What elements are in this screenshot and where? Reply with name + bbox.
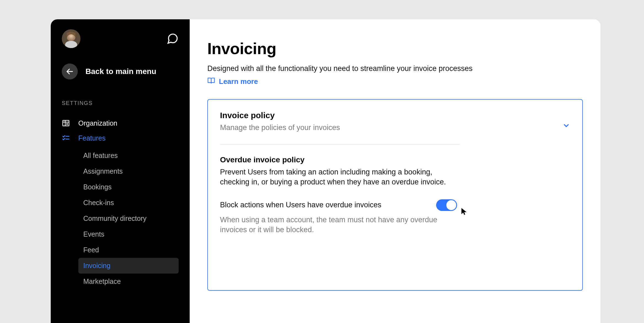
sidebar-item-label: Organization (78, 119, 117, 127)
learn-more-link[interactable]: Learn more (207, 77, 583, 86)
svg-rect-4 (63, 120, 69, 126)
toggle-label: Block actions when Users have overdue in… (220, 201, 381, 209)
sidebar-sub-bookings[interactable]: Bookings (78, 179, 179, 195)
sidebar-sub-invoicing[interactable]: Invoicing (78, 258, 179, 274)
sidebar-item-label: Features (78, 134, 106, 142)
toggle-knob (446, 200, 456, 210)
chat-icon[interactable] (167, 33, 179, 45)
chevron-down-icon[interactable] (562, 122, 570, 129)
sidebar-topbar (62, 29, 179, 48)
cursor-icon (460, 207, 469, 216)
back-label: Back to main menu (85, 67, 156, 76)
sidebar: Back to main menu SETTINGS Organization (51, 19, 190, 323)
avatar[interactable] (62, 29, 80, 48)
sidebar-sub-all-features[interactable]: All features (78, 148, 179, 163)
sidebar-sub-feed[interactable]: Feed (78, 242, 179, 258)
main-content: Invoicing Designed with all the function… (190, 19, 600, 323)
sidebar-sub-community-directory[interactable]: Community directory (78, 211, 179, 226)
sidebar-sub-checkins[interactable]: Check-ins (78, 195, 179, 211)
sidebar-sub-assignments[interactable]: Assignments (78, 163, 179, 179)
learn-more-label: Learn more (219, 77, 258, 86)
back-button[interactable]: Back to main menu (62, 63, 179, 80)
page-subtitle: Designed with all the functionality you … (207, 64, 583, 73)
card-header-text: Invoice policy Manage the policies of yo… (220, 111, 340, 132)
sidebar-item-organization[interactable]: Organization (62, 116, 179, 131)
page-title: Invoicing (207, 39, 583, 58)
policy-description: Prevent Users from taking an action incl… (220, 167, 457, 187)
book-icon (207, 77, 215, 86)
arrow-left-icon (62, 63, 78, 80)
card-subtitle: Manage the policies of your invoices (220, 123, 340, 132)
app-window: Back to main menu SETTINGS Organization (51, 19, 600, 323)
invoice-policy-card: Invoice policy Manage the policies of yo… (207, 99, 583, 291)
block-actions-toggle[interactable] (436, 199, 457, 211)
toggle-helper-text: When using a team account, the team must… (220, 215, 457, 235)
sidebar-sub-marketplace[interactable]: Marketplace (78, 274, 179, 289)
sidebar-item-features[interactable]: Features (62, 131, 179, 145)
organization-icon (62, 119, 70, 127)
overdue-policy-block: Overdue invoice policy Prevent Users fro… (220, 155, 457, 235)
sidebar-subnav: All features Assignments Bookings Check-… (62, 148, 179, 289)
card-header[interactable]: Invoice policy Manage the policies of yo… (220, 111, 570, 132)
toggle-row: Block actions when Users have overdue in… (220, 199, 457, 211)
policy-title: Overdue invoice policy (220, 155, 457, 164)
features-icon (62, 134, 70, 142)
card-title: Invoice policy (220, 111, 340, 120)
sidebar-section-label: SETTINGS (62, 100, 179, 106)
divider (220, 144, 460, 144)
sidebar-sub-events[interactable]: Events (78, 226, 179, 242)
